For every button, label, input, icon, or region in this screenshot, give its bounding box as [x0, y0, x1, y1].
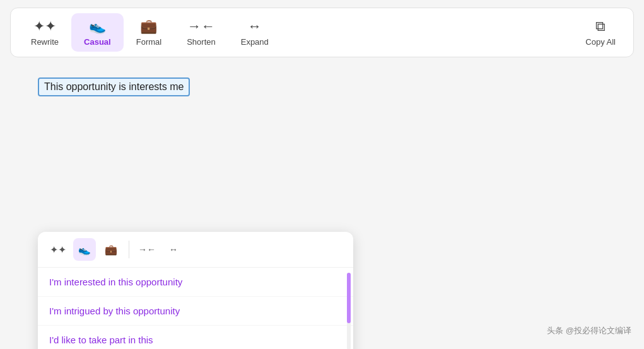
casual-label: Casual: [84, 37, 111, 47]
main-area: This opportunity is interests me ✦✦ 👟 💼 …: [0, 65, 644, 109]
rewrite-label: Rewrite: [31, 37, 59, 47]
shorten-button[interactable]: →← Shorten: [174, 13, 228, 52]
top-toolbar: ✦✦ Rewrite 👟 Casual 💼 Formal →← Shorten …: [10, 8, 634, 57]
popup-casual-button[interactable]: 👟: [73, 238, 96, 261]
rewrite-button[interactable]: ✦✦ Rewrite: [18, 13, 71, 52]
suggestion-item-1[interactable]: I'm interested in this opportunity: [38, 268, 353, 297]
popup-expand-button[interactable]: ↔: [162, 238, 185, 261]
scrollbar-thumb[interactable]: [347, 273, 351, 323]
popup-toolbar: ✦✦ 👟 💼 →← ↔: [38, 232, 353, 268]
scrollbar-track[interactable]: [347, 273, 351, 349]
suggestion-item-2[interactable]: I'm intrigued by this opportunity: [38, 297, 353, 326]
suggestion-popup: ✦✦ 👟 💼 →← ↔ I'm interested in this oppor…: [38, 232, 353, 349]
sparkles-icon: ✦✦: [33, 18, 56, 35]
popup-sparkles-button[interactable]: ✦✦: [47, 238, 69, 261]
popup-sparkles-icon: ✦✦: [50, 244, 66, 256]
expand-label: Expand: [241, 37, 269, 47]
selected-text[interactable]: This opportunity is interests me: [38, 77, 190, 96]
copy-icon: ⧉: [595, 18, 606, 35]
popup-shorten-button[interactable]: →←: [136, 238, 158, 261]
copy-all-label: Copy All: [585, 37, 616, 47]
popup-briefcase-icon: 💼: [105, 244, 117, 256]
sneaker-icon: 👟: [89, 18, 106, 35]
suggestions-list: I'm interested in this opportunity I'm i…: [38, 268, 353, 349]
popup-formal-button[interactable]: 💼: [100, 238, 122, 261]
casual-button[interactable]: 👟 Casual: [71, 13, 124, 52]
watermark: 头条 @投必得论文编译: [547, 325, 631, 336]
shorten-label: Shorten: [187, 37, 216, 47]
popup-expand-icon: ↔: [169, 244, 178, 255]
popup-shorten-icon: →←: [138, 244, 156, 255]
formal-button[interactable]: 💼 Formal: [124, 13, 174, 52]
shorten-icon: →←: [187, 18, 215, 35]
toolbar-divider: [129, 241, 129, 258]
suggestion-item-3[interactable]: I'd like to take part in this: [38, 326, 353, 349]
popup-sneaker-icon: 👟: [78, 244, 91, 256]
copy-all-button[interactable]: ⧉ Copy All: [575, 13, 626, 52]
expand-icon: ↔: [248, 18, 262, 35]
expand-button[interactable]: ↔ Expand: [228, 13, 281, 52]
formal-label: Formal: [136, 37, 161, 47]
briefcase-icon: 💼: [140, 18, 157, 35]
